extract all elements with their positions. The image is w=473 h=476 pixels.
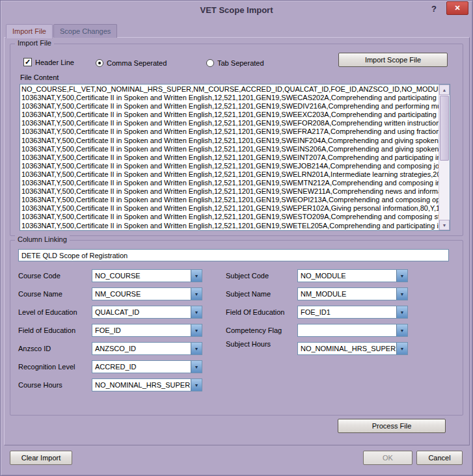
footer: Clear Import OK Cancel	[1, 451, 472, 468]
file-content-line: 10363NAT,Y,500,Certificate II in Spoken …	[21, 196, 439, 204]
chevron-down-icon: ▼	[396, 270, 407, 282]
vet-scope-import-dialog: VET Scope Import ? ✕ Import File Scope C…	[0, 0, 473, 476]
file-content-line: 10363NAT,Y,500,Certificate II in Spoken …	[21, 145, 439, 153]
recognition-level-combo-value: ACCRED_ID	[92, 361, 191, 373]
course-name-label: Course Name	[18, 290, 92, 298]
course-name-row: Course NameNM_COURSE▼	[18, 287, 202, 300]
level-of-education-row: Level of EducationQUALCAT_ID▼	[18, 306, 202, 319]
scroll-up-arrow-icon[interactable]: ▲	[439, 85, 450, 95]
header-line-checkbox[interactable]: ✓ Header Line	[23, 58, 74, 66]
course-name-combo[interactable]: NM_COURSE▼	[92, 287, 202, 300]
level-of-education-combo-value: QUALCAT_ID	[92, 306, 191, 318]
recognition-level-combo[interactable]: ACCRED_ID▼	[92, 360, 202, 373]
course-code-label: Course Code	[18, 272, 92, 280]
file-content-line: 10363NAT,Y,500,Certificate II in Spoken …	[21, 127, 439, 136]
scrollbar-thumb[interactable]	[440, 96, 449, 161]
import-file-tab-panel: Import File ✓ Header Line Comma Seperate…	[4, 37, 470, 445]
course-hours-combo[interactable]: NO_NOMINAL_HRS_SUPER▼	[92, 378, 202, 391]
subject-hours-combo[interactable]: NO_NOMINAL_HRS_SUPER1▼	[297, 342, 408, 355]
ok-button[interactable]: OK	[363, 451, 412, 465]
tab-import-file[interactable]: Import File	[6, 24, 53, 38]
tab-scope-changes[interactable]: Scope Changes	[53, 24, 117, 38]
import-file-group: Import File ✓ Header Line Comma Seperate…	[10, 44, 463, 236]
checkbox-check-icon: ✓	[23, 58, 32, 66]
anzsco-id-row: Anzsco IDANZSCO_ID▼	[18, 342, 202, 355]
chevron-down-icon: ▼	[396, 306, 407, 318]
subject-name-combo[interactable]: NM_MODULE▼	[297, 287, 408, 300]
header-line-label: Header Line	[35, 59, 74, 66]
file-content-line: NO_COURSE,FL_VET,NO_NOMINAL_HRS_SUPER,NM…	[21, 85, 439, 94]
column-linking-group: Column Linking Course CodeNO_COURSE▼Cour…	[10, 240, 463, 416]
anzsco-id-combo[interactable]: ANZSCO_ID▼	[92, 342, 202, 355]
chevron-down-icon: ▼	[191, 306, 202, 318]
vertical-scrollbar[interactable]: ▲ ▼	[439, 85, 450, 230]
subject-code-label: Subject Code	[226, 272, 297, 280]
file-content-line: 10363NAT,Y,500,Certificate II in Spoken …	[21, 179, 439, 187]
field-of-education-right-label: Field Of Education	[226, 308, 297, 316]
course-code-row: Course CodeNO_COURSE▼	[18, 269, 202, 282]
course-hours-combo-value: NO_NOMINAL_HRS_SUPER	[92, 379, 191, 391]
file-content-line: 10363NAT,Y,500,Certificate II in Spoken …	[21, 137, 439, 145]
process-file-button[interactable]: Process File	[338, 419, 446, 433]
subject-hours-label: Subject Hours	[226, 340, 297, 348]
file-content-line: 10363NAT,Y,500,Certificate II in Spoken …	[21, 119, 439, 127]
comma-separated-label: Comma Seperated	[107, 59, 167, 67]
subject-name-row: Subject NameNM_MODULE▼	[226, 287, 408, 300]
tab-separated-label: Tab Seperated	[217, 59, 264, 67]
file-content-line: 10363NAT,Y,500,Certificate II in Spoken …	[21, 102, 439, 111]
subject-name-combo-value: NM_MODULE	[298, 288, 396, 300]
titlebar: VET Scope Import ? ✕	[1, 1, 472, 20]
file-content-line: 10363NAT,Y,500,Certificate II in Spoken …	[21, 162, 439, 170]
subject-code-row: Subject CodeNO_MODULE▼	[226, 269, 408, 282]
course-code-combo[interactable]: NO_COURSE▼	[92, 269, 202, 282]
close-button[interactable]: ✕	[446, 1, 468, 15]
subject-code-combo-value: NO_MODULE	[298, 270, 396, 282]
file-content-line: 10363NAT,Y,500,Certificate II in Spoken …	[21, 204, 439, 213]
cancel-button[interactable]: Cancel	[416, 451, 463, 465]
file-content-lines: NO_COURSE,FL_VET,NO_NOMINAL_HRS_SUPER,NM…	[20, 85, 439, 230]
clear-import-button[interactable]: Clear Import	[10, 451, 72, 465]
chevron-down-icon: ▼	[396, 288, 407, 300]
comma-separated-radio[interactable]: Comma Seperated	[96, 59, 167, 67]
chevron-down-icon: ▼	[396, 324, 407, 336]
scope-name-input[interactable]	[18, 249, 449, 261]
field-of-education-label: Field of Education	[18, 326, 92, 334]
subject-code-combo[interactable]: NO_MODULE▼	[297, 269, 408, 282]
field-of-education-combo-value: FOE_ID	[92, 324, 191, 336]
help-button[interactable]: ?	[428, 3, 440, 15]
import-scope-file-button[interactable]: Import Scope File	[338, 53, 448, 67]
file-content-line: 10363NAT,Y,500,Certificate II in Spoken …	[21, 222, 439, 230]
field-of-education-right-combo[interactable]: FOE_ID1▼	[297, 306, 408, 319]
competency-flag-label: Competency Flag	[226, 326, 297, 334]
field-of-education-combo[interactable]: FOE_ID▼	[92, 324, 202, 337]
window-title: VET Scope Import	[1, 5, 472, 15]
chevron-down-icon: ▼	[191, 343, 202, 354]
tab-separated-radio[interactable]: Tab Seperated	[206, 59, 264, 67]
subject-hours-row: Subject HoursNO_NOMINAL_HRS_SUPER1▼	[226, 342, 408, 355]
level-of-education-combo[interactable]: QUALCAT_ID▼	[92, 306, 202, 319]
file-content-textarea[interactable]: NO_COURSE,FL_VET,NO_NOMINAL_HRS_SUPER,NM…	[20, 84, 450, 231]
file-content-line: 10363NAT,Y,500,Certificate II in Spoken …	[21, 94, 439, 102]
radio-icon	[96, 59, 103, 67]
field-of-education-row: Field of EducationFOE_ID▼	[18, 324, 202, 337]
column-linking-group-label: Column Linking	[15, 235, 70, 243]
course-hours-label: Course Hours	[18, 381, 92, 389]
anzsco-id-combo-value: ANZSCO_ID	[92, 343, 191, 354]
tabstrip: Import File Scope Changes	[6, 24, 118, 38]
radio-icon	[206, 59, 214, 67]
chevron-down-icon: ▼	[191, 288, 202, 300]
scrollbar-track[interactable]	[439, 161, 450, 220]
course-name-combo-value: NM_COURSE	[92, 288, 191, 300]
course-code-combo-value: NO_COURSE	[92, 270, 191, 282]
file-content-label: File Content	[20, 73, 59, 81]
scroll-down-arrow-icon[interactable]: ▼	[439, 220, 450, 230]
competency-flag-combo[interactable]: ▼	[297, 324, 408, 337]
recognition-level-row: Recognition LevelACCRED_ID▼	[18, 360, 202, 373]
competency-flag-row: Competency Flag▼	[226, 324, 408, 337]
chevron-down-icon: ▼	[191, 324, 202, 336]
field-of-education-right-combo-value: FOE_ID1	[298, 306, 396, 318]
chevron-down-icon: ▼	[191, 361, 202, 373]
chevron-down-icon: ▼	[191, 379, 202, 391]
close-icon: ✕	[454, 4, 460, 12]
recognition-level-label: Recognition Level	[18, 363, 92, 371]
